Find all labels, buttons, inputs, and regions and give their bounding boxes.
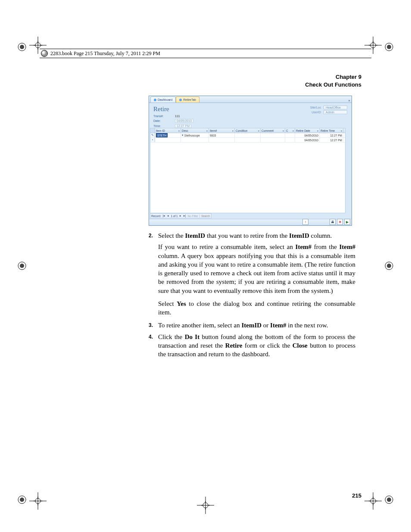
col-retire-time[interactable]: Retire Time▾ — [320, 128, 343, 133]
tab-dot-icon — [154, 99, 156, 101]
date-value[interactable]: 04/05/2010 — [175, 119, 193, 123]
record-position: 1 of 1 — [171, 215, 177, 218]
cell-itemid[interactable] — [155, 138, 181, 142]
col-comment[interactable]: Comment▾ — [261, 128, 285, 133]
trans-value: 111 — [175, 115, 180, 118]
col-retire-date[interactable]: Retire Date▾ — [295, 128, 320, 133]
step-number: 2. — [149, 232, 153, 239]
userid-label: UserID — [311, 111, 321, 114]
footer-bar — [149, 219, 352, 225]
tab-dot-icon — [179, 99, 182, 101]
cell-retire-time[interactable]: 12:27 PM — [320, 133, 343, 137]
tab-label: RetireTab — [183, 98, 196, 101]
nav-next-icon[interactable]: ▸ — [179, 214, 182, 218]
col-cov[interactable]: C▾ — [285, 128, 295, 133]
cell-comment[interactable] — [261, 133, 285, 137]
userid-value[interactable]: Admin — [324, 110, 347, 114]
chapter-header: Chapter 9 Check Out Functions — [305, 73, 361, 88]
cell-cov[interactable] — [285, 138, 295, 142]
right-links: Site/Loc HeadOffice UserID Admin — [310, 106, 347, 129]
registration-left-top — [17, 42, 27, 52]
step-4: 4. Click the Do It button found along th… — [149, 333, 355, 359]
tabs-close-icon[interactable]: × — [348, 99, 350, 103]
svg-point-9 — [20, 264, 24, 268]
siteloc-label: Site/Loc — [310, 106, 321, 109]
tab-label: Dashboard — [158, 98, 172, 101]
crop-mark-bl — [29, 492, 47, 510]
registration-left-mid — [17, 261, 27, 271]
cell-retire-date[interactable]: 04/05/2010 — [295, 133, 320, 137]
record-label: Record: — [151, 215, 161, 218]
step-3: 3. To retire another item, select an Ite… — [149, 321, 355, 330]
trans-label: Trans#: — [153, 115, 171, 118]
cell-retire-time[interactable]: 12:27 PM — [320, 138, 343, 142]
col-desc[interactable]: Desc▾ — [181, 128, 209, 133]
nav-last-icon[interactable]: ▸| — [183, 214, 187, 218]
grid-row[interactable]: * 04/05/2010 12:27 PM — [150, 138, 345, 143]
cell-itemno[interactable]: 9003 — [209, 133, 235, 137]
step-2-para-3: Select Yes to close the dialog box and c… — [158, 299, 355, 317]
col-itemno[interactable]: Item#▾ — [209, 128, 235, 133]
registration-right-top — [384, 42, 394, 52]
col-condition[interactable]: Condition▾ — [235, 128, 261, 133]
cell-desc[interactable] — [181, 138, 209, 142]
crop-mark-bc — [197, 497, 214, 514]
sort-icon: ▾ — [206, 129, 208, 132]
cell-desc[interactable]: ▾ Stethoscope — [181, 133, 209, 137]
retire-fields: Trans#: 111 Date: 04/05/2010 Time: 12:27… — [153, 115, 193, 128]
alert-icon[interactable]: ! — [302, 219, 308, 225]
doit-icon[interactable]: ▶ — [344, 219, 350, 225]
svg-point-5 — [20, 45, 24, 49]
col-itemid[interactable]: Item ID▾ — [155, 128, 181, 133]
sort-icon: ▾ — [317, 129, 318, 132]
sort-icon: ▾ — [283, 129, 284, 132]
cell-condition[interactable] — [235, 138, 261, 142]
running-head-text: 2283.book Page 215 Thursday, July 7, 201… — [50, 50, 160, 57]
nav-first-icon[interactable]: |◂ — [162, 214, 166, 218]
retire-form-screenshot: Dashboard RetireTab × Retire Trans#: 111… — [149, 96, 352, 226]
registration-right-mid — [384, 261, 394, 271]
svg-point-15 — [387, 498, 391, 502]
sort-icon: ▾ — [341, 129, 342, 132]
step-2: 2. Select the ItemID that you want to re… — [149, 231, 355, 317]
instruction-content: 2. Select the ItemID that you want to re… — [149, 231, 355, 361]
record-navigator[interactable]: Record: |◂ ◂ 1 of 1 ▸ ▸| No Filter Searc… — [150, 213, 212, 218]
tab-dashboard[interactable]: Dashboard — [150, 96, 176, 103]
close-icon[interactable]: ✕ — [337, 219, 343, 225]
chapter-title: Check Out Functions — [305, 81, 361, 89]
step-2-para-2: If you want to retire a consumable item,… — [158, 243, 355, 295]
cell-itemid[interactable]: STETH — [155, 133, 181, 137]
cell-itemno[interactable] — [209, 138, 235, 142]
registration-left-bot — [17, 495, 27, 504]
running-head: 2283.book Page 215 Thursday, July 7, 201… — [40, 49, 371, 58]
cell-condition[interactable] — [235, 133, 261, 137]
grid-selector-header[interactable] — [150, 128, 155, 133]
nav-nofilter[interactable]: No Filter — [187, 215, 198, 218]
time-value[interactable]: 12:27 PM — [175, 124, 191, 128]
siteloc-value[interactable]: HeadOffice — [324, 106, 347, 109]
nav-search[interactable]: Search — [199, 215, 210, 218]
step-number: 4. — [149, 333, 153, 340]
cell-comment[interactable] — [261, 138, 285, 142]
book-orb-icon — [41, 50, 48, 57]
row-selector-icon[interactable]: ✎ — [150, 133, 155, 137]
nav-prev-icon[interactable]: ◂ — [167, 214, 169, 218]
page-number: 215 — [352, 492, 361, 499]
svg-point-7 — [387, 45, 391, 49]
cell-retire-date[interactable]: 04/05/2010 — [295, 138, 320, 142]
chapter-number: Chapter 9 — [305, 73, 361, 81]
retire-header: Retire Trans#: 111 Date: 04/05/2010 Time… — [149, 103, 352, 131]
action-icons: 🖶 ✕ ▶ — [330, 219, 350, 225]
date-label: Date: — [153, 119, 171, 122]
crop-mark-br — [364, 492, 382, 510]
print-icon[interactable]: 🖶 — [330, 219, 336, 225]
sort-icon: ▾ — [293, 129, 294, 132]
sort-icon: ▾ — [258, 129, 259, 132]
time-label: Time: — [153, 124, 171, 128]
retire-grid: Item ID▾ Desc▾ Item#▾ Condition▾ Comment… — [150, 128, 346, 213]
tab-retire[interactable]: RetireTab — [176, 96, 199, 103]
svg-point-13 — [20, 498, 24, 502]
cell-cov[interactable] — [285, 133, 295, 137]
row-selector-icon[interactable]: * — [150, 138, 155, 142]
grid-row[interactable]: ✎ STETH ▾ Stethoscope 9003 04/05/2010 12… — [150, 133, 345, 138]
